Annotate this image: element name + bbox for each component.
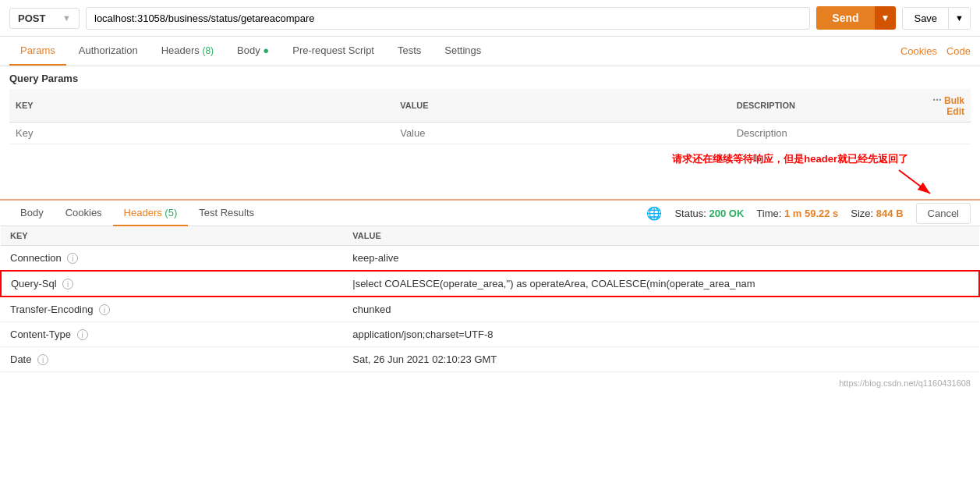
annotation-text: 请求还在继续等待响应，但是header就已经先返回了 (672, 152, 908, 166)
tab-params[interactable]: Params (9, 37, 66, 66)
resp-table-row: Query-Sql i|select COALESCE(operate_area… (1, 271, 979, 297)
method-arrow: ▼ (62, 13, 71, 23)
status-value: 200 OK (709, 208, 744, 219)
save-arrow-button[interactable]: ▼ (948, 8, 970, 29)
resp-tab-headers[interactable]: Headers (5) (113, 201, 189, 226)
info-icon[interactable]: i (67, 253, 78, 264)
resp-value-cell: |select COALESCE(operate_area,'') as ope… (343, 271, 979, 297)
resp-col-value-header: VALUE (343, 226, 979, 246)
col-value-header: VALUE (394, 89, 731, 123)
size-label: Size: 844 B (851, 208, 903, 219)
request-tabs: Params Authorization Headers (8) Body ● … (0, 37, 980, 66)
status-label: Status: 200 OK (674, 208, 744, 219)
resp-key-cell: Connection i (1, 246, 343, 272)
key-input[interactable] (16, 127, 387, 139)
resp-tab-test-results[interactable]: Test Results (188, 201, 265, 226)
query-params-section: Query Params KEY VALUE DESCRIPTION ··· B… (0, 66, 980, 144)
cancel-button[interactable]: Cancel (916, 203, 971, 224)
time-label: Time: 1 m 59.22 s (756, 208, 838, 219)
resp-value-cell: chunked (343, 297, 979, 322)
params-table: KEY VALUE DESCRIPTION ··· Bulk Edit (9, 89, 971, 144)
resp-table-row: Content-Type iapplication/json;charset=U… (1, 322, 979, 347)
bulk-edit-button[interactable]: Bulk Edit (944, 95, 964, 117)
resp-key-cell: Date i (1, 347, 343, 372)
save-btn-group: Save ▼ (902, 7, 971, 30)
info-icon[interactable]: i (37, 354, 48, 365)
params-placeholder-row (9, 123, 971, 144)
tab-authorization[interactable]: Authorization (68, 37, 149, 66)
svg-line-1 (899, 170, 930, 194)
desc-input[interactable] (737, 127, 917, 139)
resp-table-row: Transfer-Encoding ichunked (1, 297, 979, 322)
resp-tab-body[interactable]: Body (9, 201, 55, 226)
resp-key-cell: Content-Type i (1, 322, 343, 347)
response-status-bar: 🌐 Status: 200 OK Time: 1 m 59.22 s Size:… (646, 203, 971, 224)
method-label: POST (18, 12, 45, 24)
resp-value-cell: Sat, 26 Jun 2021 02:10:23 GMT (343, 347, 979, 372)
cookies-link[interactable]: Cookies (900, 45, 937, 57)
send-btn-group: Send ▼ (816, 6, 896, 30)
value-input[interactable] (400, 127, 724, 139)
send-arrow-button[interactable]: ▼ (875, 6, 897, 30)
globe-icon: 🌐 (646, 206, 662, 221)
response-tabs-bar: Body Cookies Headers (5) Test Results 🌐 … (0, 199, 980, 226)
code-link[interactable]: Code (946, 45, 971, 57)
resp-col-key-header: KEY (1, 226, 343, 246)
resp-table-row: Date iSat, 26 Jun 2021 02:10:23 GMT (1, 347, 979, 372)
key-placeholder[interactable] (9, 123, 394, 144)
resp-key-cell: Transfer-Encoding i (1, 297, 343, 322)
footer-link: https://blog.csdn.net/q1160431608 (839, 378, 971, 388)
response-table-container: KEY VALUE Connection ikeep-aliveQuery-Sq… (0, 226, 980, 372)
req-tabs-right: Cookies Code (900, 45, 971, 57)
save-button[interactable]: Save (903, 8, 948, 29)
response-table: KEY VALUE Connection ikeep-aliveQuery-Sq… (0, 226, 980, 372)
annotation-arrow (883, 166, 946, 197)
value-placeholder[interactable] (394, 123, 731, 144)
resp-key-cell: Query-Sql i (1, 271, 343, 297)
url-input[interactable] (86, 7, 810, 30)
dots-icon: ··· (932, 94, 942, 106)
col-actions-header: ··· Bulk Edit (922, 89, 971, 123)
headers-badge: (8) (202, 45, 214, 56)
size-value: 844 B (876, 208, 904, 219)
resp-value-cell: application/json;charset=UTF-8 (343, 322, 979, 347)
body-dot: ● (263, 44, 269, 56)
tab-settings[interactable]: Settings (433, 37, 492, 66)
col-desc-header: DESCRIPTION (731, 89, 923, 123)
tab-tests[interactable]: Tests (387, 37, 432, 66)
annotation-area: 请求还在继续等待响应，但是header就已经先返回了 (9, 144, 971, 199)
resp-table-row: Connection ikeep-alive (1, 246, 979, 272)
desc-placeholder[interactable] (731, 123, 923, 144)
send-button[interactable]: Send (816, 6, 874, 30)
resp-value-cell: keep-alive (343, 246, 979, 272)
tab-headers[interactable]: Headers (8) (150, 37, 225, 66)
tab-pre-request[interactable]: Pre-request Script (281, 37, 385, 66)
info-icon[interactable]: i (99, 304, 110, 315)
footer: https://blog.csdn.net/q1160431608 (0, 372, 980, 394)
resp-headers-badge: (5) (165, 207, 177, 218)
top-bar: POST ▼ Send ▼ Save ▼ (0, 0, 980, 37)
section-title: Query Params (9, 73, 971, 84)
tab-body[interactable]: Body ● (226, 37, 280, 66)
col-key-header: KEY (9, 89, 394, 123)
time-value: 1 m 59.22 s (784, 208, 838, 219)
resp-tab-cookies[interactable]: Cookies (55, 201, 113, 226)
info-icon[interactable]: i (77, 329, 88, 340)
info-icon[interactable]: i (62, 279, 73, 289)
method-select[interactable]: POST ▼ (9, 8, 80, 29)
